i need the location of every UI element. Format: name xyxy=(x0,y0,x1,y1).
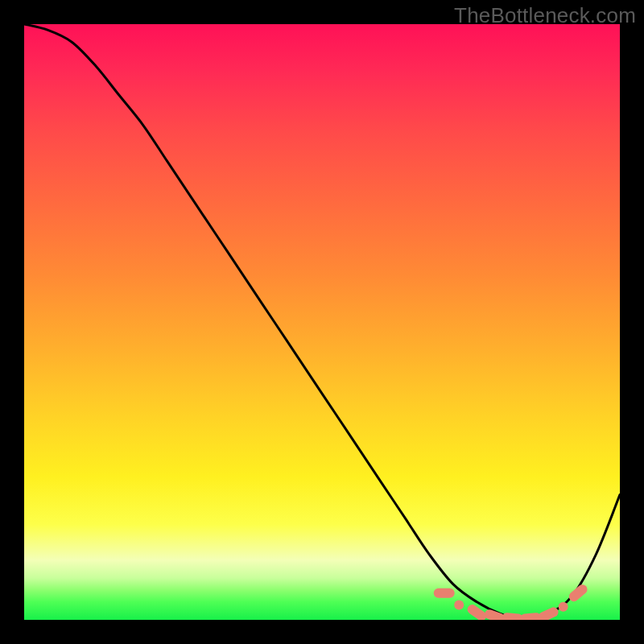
bottleneck-curve-path xyxy=(24,24,620,620)
curve-marker-dot xyxy=(454,601,464,610)
curve-marker-lozenge xyxy=(537,605,560,620)
watermark-text: TheBottleneck.com xyxy=(454,3,636,28)
bottleneck-curve-svg xyxy=(24,24,620,620)
chart-frame: TheBottleneck.com xyxy=(0,0,644,644)
curve-marker-dot xyxy=(559,602,568,612)
curve-marker-lozenge xyxy=(520,613,542,620)
curve-marker-lozenge xyxy=(434,588,455,598)
plot-area xyxy=(24,24,620,620)
